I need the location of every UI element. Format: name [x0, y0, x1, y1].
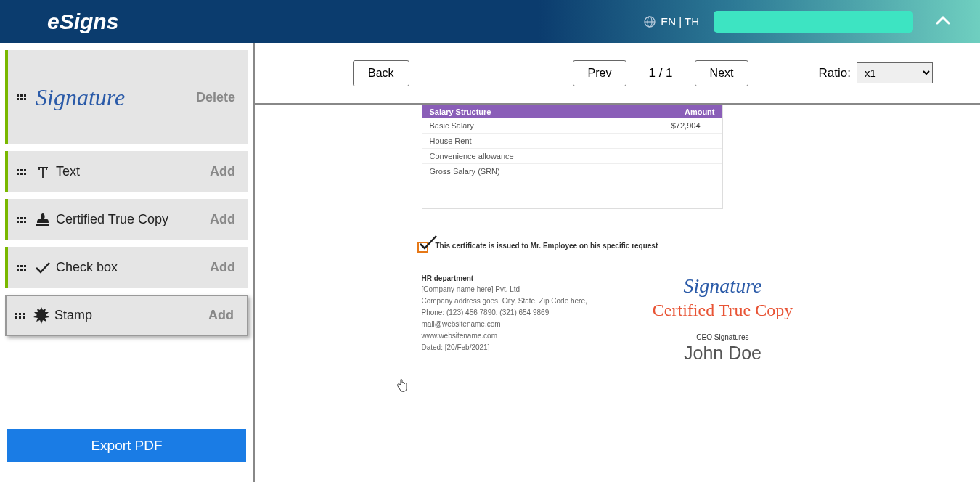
- table-cell: Convenience allowance: [430, 152, 514, 160]
- sidebar-item-text[interactable]: Text Add: [5, 151, 248, 192]
- language-switch[interactable]: EN | TH: [644, 15, 699, 28]
- hr-address: Company address goes, City, State, Zip C…: [422, 297, 611, 305]
- prev-button[interactable]: Prev: [573, 60, 627, 86]
- certificate-text: This certificate is issued to Mr. Employ…: [436, 242, 658, 250]
- table-row: Gross Salary (SRN): [422, 164, 722, 179]
- drag-handle-icon[interactable]: [17, 94, 27, 100]
- hr-email: mail@websitename.com: [422, 320, 611, 328]
- app-logo: eSigns: [47, 9, 118, 34]
- table-cell-amount: $72,904: [671, 121, 701, 130]
- sidebar-item-stamp[interactable]: Stamp Add: [5, 295, 248, 336]
- language-label: EN | TH: [661, 15, 699, 28]
- sidebar: Signature Delete Text Add Certified True…: [0, 43, 255, 482]
- sidebar-item-checkbox[interactable]: Check box Add: [5, 247, 248, 288]
- next-button[interactable]: Next: [695, 60, 749, 86]
- table-cell: House Rent: [430, 136, 472, 145]
- ratio-label: Ratio:: [819, 66, 851, 81]
- table-row: House Rent: [422, 134, 722, 149]
- main-area: Signature Delete Text Add Certified True…: [0, 43, 980, 482]
- toolbar: Back Prev 1 / 1 Next Ratio: x1: [255, 43, 980, 105]
- table-header-left: Salary Structure: [430, 107, 491, 116]
- document-footer: HR department [Company name here] Pvt. L…: [422, 274, 814, 364]
- starburst-icon: [31, 306, 52, 326]
- signature-block: Signature Certified True Copy CEO Signat…: [632, 274, 814, 364]
- add-button[interactable]: Add: [210, 260, 235, 275]
- drag-handle-icon[interactable]: [17, 169, 27, 175]
- hr-phone: Phone: (123) 456 7890, (321) 654 9869: [422, 309, 611, 316]
- hr-company: [Company name here] Pvt. Ltd: [422, 285, 611, 293]
- text-icon: [33, 162, 53, 182]
- sidebar-item-label: Text: [56, 164, 210, 179]
- certified-stamp[interactable]: Certified True Copy: [632, 301, 814, 320]
- signature-placeholder[interactable]: Signature: [632, 274, 814, 298]
- hr-title: HR department: [422, 274, 611, 282]
- delete-button[interactable]: Delete: [196, 90, 235, 105]
- signature-title: CEO Signatures: [632, 333, 814, 341]
- table-cell: Gross Salary (SRN): [430, 167, 500, 176]
- document-viewport[interactable]: Salary Structure Amount Basic Salary $72…: [255, 105, 980, 481]
- add-button[interactable]: Add: [210, 164, 235, 179]
- hr-dated: Dated: [20/Feb/2021]: [422, 343, 611, 351]
- export-pdf-button[interactable]: Export PDF: [7, 429, 246, 462]
- table-cell: Basic Salary: [430, 121, 474, 130]
- back-button[interactable]: Back: [353, 60, 409, 86]
- stamp-icon: [33, 210, 53, 230]
- header-right: EN | TH: [644, 11, 958, 33]
- sidebar-item-label: Stamp: [54, 308, 208, 323]
- checkbox-checked-icon: [416, 238, 432, 253]
- table-header-right: Amount: [685, 107, 715, 116]
- table-row: Convenience allowance: [422, 149, 722, 164]
- sidebar-item-label: Check box: [56, 260, 210, 275]
- content-area: Back Prev 1 / 1 Next Ratio: x1 Salary St…: [255, 43, 980, 482]
- certificate-line: This certificate is issued to Mr. Employ…: [416, 238, 814, 253]
- page-nav: Prev 1 / 1 Next: [573, 60, 749, 86]
- search-input[interactable]: [714, 11, 913, 33]
- check-icon: [33, 258, 53, 278]
- sidebar-item-signature[interactable]: Signature Delete: [5, 50, 248, 144]
- globe-icon: [644, 16, 656, 28]
- table-row: Basic Salary $72,904: [422, 118, 722, 134]
- ratio-control: Ratio: x1: [819, 62, 933, 83]
- signature-name: John Doe: [632, 343, 814, 364]
- chevron-up-icon[interactable]: [928, 15, 958, 28]
- add-button[interactable]: Add: [208, 308, 234, 323]
- salary-table: Salary Structure Amount Basic Salary $72…: [422, 105, 723, 209]
- page-indicator: 1 / 1: [648, 66, 672, 81]
- hr-department-block: HR department [Company name here] Pvt. L…: [422, 274, 611, 364]
- add-button[interactable]: Add: [210, 212, 235, 227]
- drag-handle-icon[interactable]: [17, 265, 27, 271]
- table-header: Salary Structure Amount: [422, 105, 722, 118]
- sidebar-item-label: Signature: [36, 84, 196, 111]
- sidebar-item-certified[interactable]: Certified True Copy Add: [5, 199, 248, 240]
- drag-handle-icon[interactable]: [17, 217, 27, 223]
- sidebar-item-label: Certified True Copy: [56, 212, 210, 227]
- ratio-select[interactable]: x1: [857, 62, 933, 83]
- app-header: eSigns EN | TH: [0, 0, 980, 43]
- table-row: [422, 179, 722, 208]
- drag-handle-icon[interactable]: [15, 313, 25, 319]
- document-page: Salary Structure Amount Basic Salary $72…: [422, 105, 814, 364]
- hr-website: www.websitename.com: [422, 332, 611, 340]
